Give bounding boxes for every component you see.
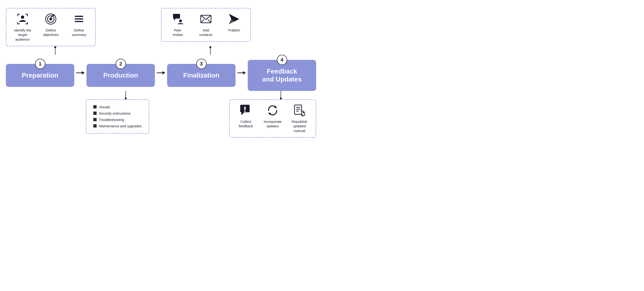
svg-point-11 — [49, 18, 52, 20]
identify-audience-label: Identify the target audience — [12, 28, 33, 42]
final-connector-up — [210, 46, 211, 55]
maintenance-label: Maintenance and upgrades — [99, 124, 142, 128]
identify-audience-item: Identify the target audience — [12, 13, 33, 42]
svg-rect-1 — [18, 14, 18, 16]
visuals-label: Visuals — [99, 105, 110, 109]
incorporate-updates-icon — [266, 104, 279, 117]
production-item-troubleshooting: Troubleshooting — [93, 118, 142, 122]
svg-marker-26 — [82, 71, 84, 74]
add-contacts-item: Add contacts — [195, 13, 216, 37]
svg-line-22 — [208, 19, 211, 23]
define-objectives-item: Define objectives — [40, 13, 61, 37]
svg-rect-17 — [173, 14, 180, 18]
define-objectives-label: Define objectives — [43, 28, 59, 37]
define-summary-item: Define summary — [68, 13, 90, 37]
production-label: Production — [104, 71, 138, 79]
arrow-2-3 — [155, 69, 167, 76]
feedback-connector-down — [280, 91, 282, 99]
add-contacts-label: Add contacts — [199, 28, 212, 37]
incorporate-updates-label: Incorporateupdates — [264, 119, 282, 128]
workflow-diagram: Identify the target audience — [6, 8, 316, 138]
svg-rect-3 — [27, 14, 28, 16]
publish-icon — [228, 13, 240, 25]
identify-audience-icon — [16, 13, 29, 25]
phase-number-4: 4 — [277, 55, 287, 65]
svg-marker-28 — [162, 71, 165, 74]
feedback-label: Feedback and Updates — [262, 67, 302, 83]
arrow-3-4 — [236, 69, 248, 76]
preparation-top-box: Identify the target audience — [6, 8, 96, 46]
preparation-label: Preparation — [22, 71, 58, 79]
finalization-label: Finalization — [183, 71, 220, 79]
svg-marker-32 — [242, 112, 244, 115]
production-phase: 2 Production — [86, 64, 155, 87]
collect-feedback-label: Collectfeedback — [239, 119, 253, 128]
svg-point-8 — [21, 15, 24, 19]
define-summary-icon — [73, 13, 85, 25]
svg-rect-5 — [18, 22, 18, 24]
svg-rect-34 — [244, 111, 246, 112]
finalization-top-box: Peer review Add contacts — [161, 8, 251, 42]
finalization-phase: 3 Finalization — [167, 64, 236, 87]
production-item-maintenance: Maintenance and upgrades — [93, 124, 142, 128]
svg-point-19 — [179, 19, 182, 22]
troubleshooting-label: Troubleshooting — [99, 118, 124, 122]
bullet-security — [93, 112, 96, 115]
peer-review-item: Peer review — [167, 13, 188, 37]
svg-line-21 — [201, 19, 204, 23]
define-objectives-icon — [45, 13, 57, 25]
svg-rect-15 — [75, 18, 83, 19]
preparation-phase: 1 Preparation — [6, 64, 74, 87]
peer-review-label: Peer review — [172, 28, 182, 37]
publish-label: Publish — [228, 28, 240, 33]
svg-marker-18 — [174, 18, 176, 20]
add-contacts-icon — [200, 13, 212, 25]
phase-number-1: 1 — [35, 59, 45, 69]
svg-marker-35 — [274, 105, 277, 108]
svg-marker-36 — [268, 112, 271, 115]
svg-rect-33 — [244, 107, 246, 110]
production-item-security: Security instructions — [93, 111, 142, 115]
collect-feedback-item: Collectfeedback — [235, 104, 256, 128]
prep-connector-up — [54, 46, 56, 55]
publish-item: Publish — [224, 13, 245, 33]
phase-number-3: 3 — [196, 59, 206, 69]
arrow-1-2 — [74, 69, 86, 76]
define-summary-label: Define summary — [72, 28, 86, 37]
bullet-maintenance — [93, 124, 96, 128]
svg-rect-16 — [75, 21, 83, 22]
phase-number-2: 2 — [116, 59, 126, 69]
svg-rect-14 — [75, 16, 83, 17]
production-bottom-box: Visuals Security instructions Troublesho… — [86, 99, 149, 134]
feedback-bottom-box: Collectfeedback Incorporateupdates — [229, 99, 316, 138]
bullet-troubleshooting — [93, 118, 96, 121]
svg-rect-37 — [294, 105, 302, 114]
republish-icon — [293, 104, 306, 117]
svg-rect-7 — [27, 22, 28, 24]
production-item-visuals: Visuals — [93, 105, 142, 109]
svg-marker-30 — [243, 71, 246, 74]
peer-review-icon — [172, 13, 184, 25]
republish-item: Republishupdated manual — [289, 104, 310, 133]
republish-label: Republishupdated manual — [289, 119, 310, 133]
bullet-visuals — [93, 105, 96, 108]
prod-connector-down — [125, 91, 127, 99]
feedback-phase: 4 Feedback and Updates — [248, 60, 316, 91]
collect-feedback-icon — [240, 104, 252, 117]
incorporate-updates-item: Incorporateupdates — [262, 104, 283, 128]
security-label: Security instructions — [99, 111, 130, 115]
